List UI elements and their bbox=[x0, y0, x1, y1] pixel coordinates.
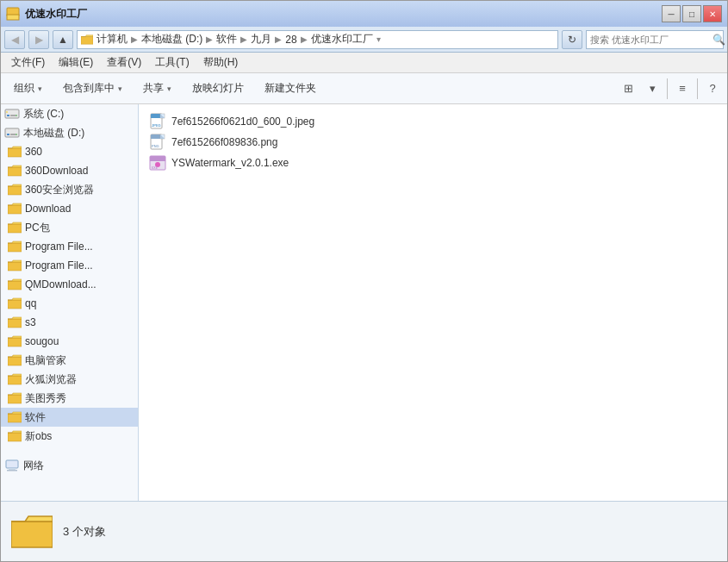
address-path[interactable]: 计算机 ▶ 本地磁盘 (D:) ▶ 软件 ▶ 九月 ▶ 28 ▶ 优速水印工厂 … bbox=[77, 30, 558, 49]
sidebar-item-progfiles1[interactable]: Program File... bbox=[1, 237, 138, 256]
sidebar-item-drive-c[interactable]: 系统 (C:) bbox=[1, 104, 138, 123]
sidebar: 系统 (C:) 本地磁盘 (D:) 360 bbox=[1, 104, 139, 501]
sidebar-item-qq[interactable]: qq bbox=[1, 294, 138, 313]
svg-point-6 bbox=[6, 111, 8, 113]
svg-rect-13 bbox=[7, 470, 17, 471]
folder-icon-360dl bbox=[8, 165, 22, 177]
svg-text:JPEG: JPEG bbox=[152, 123, 161, 128]
folder-icon-pc bbox=[8, 222, 22, 234]
sidebar-label-sg: sougou bbox=[25, 335, 59, 347]
window-title: 优速水印工厂 bbox=[25, 7, 87, 22]
forward-button[interactable]: ▶ bbox=[28, 30, 49, 49]
list-item[interactable]: PNG 7ef615266f089836.png bbox=[146, 132, 720, 153]
drive-icon bbox=[4, 108, 20, 120]
sidebar-item-qmdl[interactable]: QMDownload... bbox=[1, 275, 138, 294]
new-folder-button[interactable]: 新建文件夹 bbox=[255, 77, 326, 101]
sidebar-label-drive-c: 系统 (C:) bbox=[23, 107, 64, 122]
path-part-folder[interactable]: 优速水印工厂 bbox=[309, 32, 375, 47]
path-part-software[interactable]: 软件 bbox=[215, 32, 239, 47]
sidebar-label-mt: 美图秀秀 bbox=[25, 391, 66, 406]
sidebar-label-360br: 360安全浏览器 bbox=[25, 183, 94, 197]
file-name-png: 7ef615266f089836.png bbox=[171, 136, 277, 148]
sidebar-item-s3[interactable]: s3 bbox=[1, 313, 138, 332]
search-icon[interactable]: 🔍 bbox=[712, 31, 725, 48]
toolbar-separator bbox=[667, 78, 668, 99]
list-item[interactable]: EXE YSWatermark_v2.0.1.exe bbox=[146, 153, 720, 173]
svg-rect-11 bbox=[6, 460, 18, 468]
folder-icon bbox=[81, 34, 93, 46]
help-button[interactable]: ? bbox=[701, 78, 724, 100]
maximize-button[interactable]: □ bbox=[682, 5, 701, 22]
status-folder-icon bbox=[11, 511, 53, 553]
path-part-drive[interactable]: 本地磁盘 (D:) bbox=[140, 32, 204, 47]
address-bar: ◀ ▶ ▲ 计算机 ▶ 本地磁盘 (D:) ▶ 软件 ▶ 九月 ▶ 28 ▶ 优… bbox=[1, 27, 727, 53]
file-name-exe: YSWatermark_v2.0.1.exe bbox=[171, 157, 289, 169]
png-icon: PNG bbox=[149, 134, 166, 151]
sidebar-item-pc[interactable]: PC包 bbox=[1, 218, 138, 237]
menu-tools[interactable]: 工具(T) bbox=[148, 54, 196, 72]
sidebar-label-obs: 新obs bbox=[25, 429, 52, 444]
exe-icon: EXE bbox=[149, 154, 166, 172]
list-item[interactable]: JPEG 7ef615266f0621d0_600_0.jpeg bbox=[146, 111, 720, 132]
search-input[interactable] bbox=[587, 34, 712, 45]
svg-rect-26 bbox=[150, 159, 165, 161]
path-part-day[interactable]: 28 bbox=[283, 34, 298, 46]
sidebar-label-pc: PC包 bbox=[25, 221, 50, 235]
file-name-jpeg: 7ef615266f0621d0_600_0.jpeg bbox=[171, 116, 314, 128]
sidebar-item-meitu[interactable]: 美图秀秀 bbox=[1, 389, 138, 408]
sidebar-item-progfiles2[interactable]: Program File... bbox=[1, 256, 138, 275]
svg-rect-1 bbox=[7, 15, 19, 20]
svg-rect-8 bbox=[7, 134, 9, 135]
title-bar: 优速水印工厂 ─ □ ✕ bbox=[1, 1, 727, 27]
menu-help[interactable]: 帮助(H) bbox=[196, 54, 246, 72]
folder-icon-obs bbox=[8, 430, 22, 442]
path-part-month[interactable]: 九月 bbox=[249, 32, 273, 47]
sidebar-label-ff: 火狐浏览器 bbox=[25, 372, 77, 387]
sidebar-item-pcmanager[interactable]: 电脑管家 bbox=[1, 351, 138, 370]
organize-button[interactable]: 组织 ▾ bbox=[4, 77, 52, 101]
svg-rect-7 bbox=[5, 128, 19, 137]
path-part-computer[interactable]: 计算机 bbox=[95, 32, 129, 47]
view-list-button[interactable]: ▾ bbox=[641, 78, 663, 100]
menu-edit[interactable]: 编辑(E) bbox=[52, 54, 100, 72]
drive-icon-d bbox=[4, 127, 20, 139]
close-button[interactable]: ✕ bbox=[703, 5, 722, 22]
up-button[interactable]: ▲ bbox=[53, 30, 73, 49]
folder-icon-ff bbox=[8, 373, 22, 385]
folder-icon-qq bbox=[8, 297, 22, 309]
title-bar-left: 优速水印工厂 bbox=[6, 7, 87, 22]
sidebar-label-network: 网络 bbox=[23, 459, 44, 473]
folder-icon-sg bbox=[8, 335, 22, 347]
detail-view-button[interactable]: ≡ bbox=[671, 78, 694, 100]
sidebar-item-360browser[interactable]: 360安全浏览器 bbox=[1, 180, 138, 199]
view-icon-button[interactable]: ⊞ bbox=[617, 78, 639, 100]
slideshow-button[interactable]: 放映幻灯片 bbox=[183, 77, 253, 101]
sidebar-label-qmdl: QMDownload... bbox=[25, 278, 96, 290]
minimize-button[interactable]: ─ bbox=[662, 5, 681, 22]
sidebar-item-sougou[interactable]: sougou bbox=[1, 332, 138, 351]
sidebar-item-firefox[interactable]: 火狐浏览器 bbox=[1, 370, 138, 389]
sidebar-item-360[interactable]: 360 bbox=[1, 142, 138, 161]
status-count: 3 个对象 bbox=[63, 524, 106, 540]
sidebar-label-pf2: Program File... bbox=[25, 259, 93, 272]
sidebar-item-360download[interactable]: 360Download bbox=[1, 161, 138, 180]
menu-file[interactable]: 文件(F) bbox=[4, 54, 52, 72]
svg-text:PNG: PNG bbox=[152, 144, 159, 148]
folder-icon-360br bbox=[8, 184, 22, 196]
include-library-button[interactable]: 包含到库中 ▾ bbox=[53, 77, 132, 101]
folder-icon-pf1 bbox=[8, 240, 22, 253]
sidebar-item-network[interactable]: 网络 bbox=[1, 456, 138, 475]
refresh-button[interactable]: ↻ bbox=[562, 30, 582, 49]
menu-view[interactable]: 查看(V) bbox=[100, 54, 148, 72]
folder-icon-pf2 bbox=[8, 259, 22, 272]
network-icon bbox=[4, 459, 20, 471]
toolbar-separator-2 bbox=[697, 78, 698, 99]
back-button[interactable]: ◀ bbox=[4, 30, 25, 49]
sidebar-item-drive-d[interactable]: 本地磁盘 (D:) bbox=[1, 123, 138, 142]
share-button[interactable]: 共享 ▾ bbox=[134, 77, 181, 101]
sidebar-item-software[interactable]: 软件 bbox=[1, 408, 138, 427]
sidebar-item-newobs[interactable]: 新obs bbox=[1, 427, 138, 446]
window-icon bbox=[6, 7, 20, 21]
sidebar-label-sw: 软件 bbox=[25, 410, 46, 425]
sidebar-item-download[interactable]: Download bbox=[1, 199, 138, 218]
